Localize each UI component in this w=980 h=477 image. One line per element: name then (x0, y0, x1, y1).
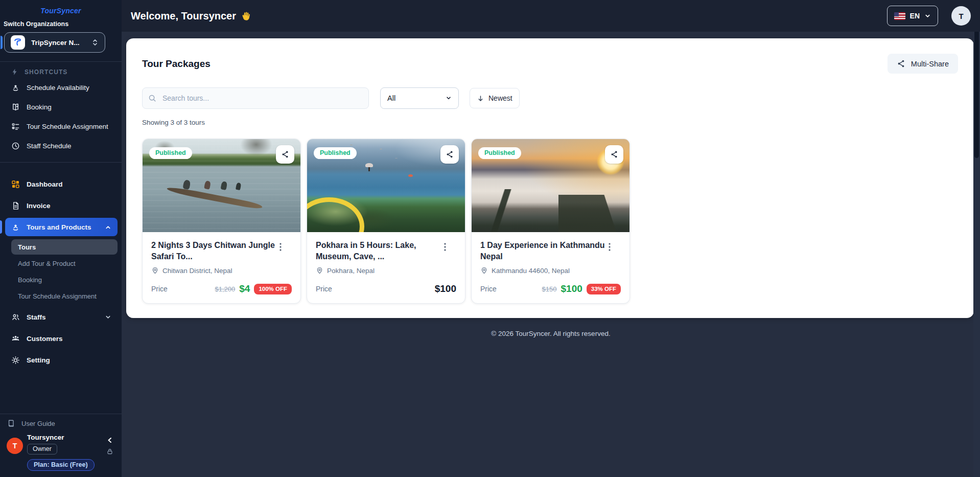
category-filter-select[interactable]: All (380, 87, 459, 109)
price-label: Price (480, 285, 497, 293)
price-label: Price (316, 285, 332, 293)
chevron-up-down-icon (91, 38, 99, 47)
submenu-item-label: Tours (18, 243, 36, 251)
sidebar-item-label: Schedule Availability (27, 84, 89, 92)
chevron-up-icon (105, 224, 111, 231)
card-menu-button[interactable] (444, 240, 456, 252)
old-price: $1,200 (215, 285, 235, 293)
main-menu-list: Dashboard Invoice Tours and Products Tou… (0, 175, 122, 369)
current-price: $100 (561, 283, 582, 294)
submenu-item-label: Tour Schedule Assignment (18, 292, 97, 300)
submenu-item-label: Add Tour & Product (18, 260, 76, 267)
user-profile-block: T Toursyncer Owner Plan: Basic (Free) (0, 430, 122, 471)
multi-share-button[interactable]: Multi-Share (888, 54, 958, 74)
card-menu-button[interactable] (609, 240, 621, 252)
footer-copyright: © 2026 TourSyncer. All rights reserved. (122, 330, 980, 337)
sidebar-item-tour-schedule-assignment[interactable]: Tour Schedule Assignment (0, 119, 122, 134)
sidebar-item-label: Tour Schedule Assignment (27, 123, 108, 130)
sidebar-item-label: Dashboard (27, 180, 63, 188)
user-avatar[interactable]: T (7, 438, 23, 454)
wave-emoji-icon (240, 10, 252, 22)
tours-products-submenu: Tours Add Tour & Product Booking Tour Sc… (0, 239, 122, 304)
language-label: EN (910, 12, 920, 20)
list-check-icon (11, 122, 20, 131)
organization-selector[interactable]: TripSyncer N... (4, 32, 105, 53)
scrollbar-thumb[interactable] (974, 30, 979, 158)
submenu-item-tours[interactable]: Tours (11, 239, 118, 255)
sidebar-item-staffs[interactable]: Staffs (5, 308, 118, 326)
bolt-icon (11, 68, 18, 76)
app-logo-text: TourSyncer (40, 7, 81, 15)
tour-title: Pokhara in 5 Hours: Lake, Museum, Cave, … (316, 240, 444, 262)
price-row: Price $100 (316, 283, 456, 294)
price-row: Price $150 $100 33% OFF (480, 283, 621, 294)
sidebar-item-tours-and-products[interactable]: Tours and Products (5, 218, 118, 236)
submenu-item-booking[interactable]: Booking (11, 272, 118, 287)
plan-badge[interactable]: Plan: Basic (Free) (27, 459, 95, 471)
discount-badge: 100% OFF (254, 284, 292, 294)
submenu-item-tour-schedule-assignment[interactable]: Tour Schedule Assignment (11, 288, 118, 304)
tour-title: 1 Day Experience in Kathmandu Nepal (480, 240, 608, 262)
tripsyncer-logo-icon (11, 35, 25, 50)
tour-packages-panel: Tour Packages Multi-Share All Newest Sho… (126, 38, 974, 318)
sidebar-item-label: Customers (27, 335, 63, 343)
sort-newest-button[interactable]: Newest (470, 88, 520, 108)
share-button[interactable] (440, 145, 459, 164)
app-logo[interactable]: TourSyncer (0, 0, 122, 15)
sidebar-item-label: Tours and Products (27, 223, 91, 231)
clock-icon (11, 142, 20, 150)
tour-card[interactable]: Published Pokhara in 5 Hours: Lake, Muse… (307, 139, 465, 304)
search-input[interactable] (142, 87, 369, 109)
welcome-text: Welcome, Toursyncer (131, 10, 236, 22)
multi-share-label: Multi-Share (911, 60, 949, 68)
filter-selected-value: All (387, 94, 395, 102)
current-price: $4 (239, 283, 250, 294)
user-info: Toursyncer Owner Plan: Basic (Free) (27, 434, 95, 471)
language-selector[interactable]: EN (887, 6, 938, 26)
chevron-down-icon (446, 95, 452, 101)
location-pin-icon (480, 267, 488, 275)
shortcuts-list: Schedule Availability Booking Tour Sched… (0, 80, 122, 153)
person-pin-icon (11, 223, 20, 232)
tour-image: Published (472, 139, 629, 232)
scrollbar-track[interactable] (973, 28, 980, 477)
arrow-down-icon (477, 95, 484, 102)
sidebar-item-schedule-availability[interactable]: Schedule Availability (0, 80, 122, 95)
user-guide-link[interactable]: User Guide (0, 414, 122, 430)
sidebar-item-staff-schedule[interactable]: Staff Schedule (0, 138, 122, 153)
card-body: Pokhara in 5 Hours: Lake, Museum, Cave, … (307, 232, 465, 303)
submenu-item-add-tour-product[interactable]: Add Tour & Product (11, 256, 118, 271)
sidebar-item-dashboard[interactable]: Dashboard (5, 175, 118, 193)
sidebar-item-booking[interactable]: Booking (0, 99, 122, 115)
collapse-sidebar-button[interactable] (106, 437, 113, 444)
current-price: $100 (435, 283, 456, 294)
grid-icon (11, 180, 20, 189)
location-text: Chitwan District, Nepal (162, 267, 232, 275)
people-group-icon (11, 334, 20, 343)
role-badge: Owner (27, 444, 57, 455)
discount-badge: 33% OFF (587, 284, 621, 294)
user-avatar[interactable]: T (951, 6, 971, 26)
sidebar-item-label: Invoice (27, 202, 51, 210)
card-menu-button[interactable] (279, 240, 292, 252)
share-button[interactable] (276, 145, 294, 164)
top-bar-actions: EN T (887, 6, 971, 26)
status-badge: Published (314, 147, 357, 159)
tour-card[interactable]: Published 1 Day Experience in Kathmandu … (471, 139, 630, 304)
share-icon (610, 150, 618, 158)
price-row: Price $1,200 $4 100% OFF (151, 283, 292, 294)
org-accent-bar (1, 36, 3, 49)
sidebar: TourSyncer Switch Organizations TripSync… (0, 0, 122, 477)
tour-card[interactable]: Published 2 Nights 3 Days Chitwan Jungle… (142, 139, 301, 304)
people-icon (11, 313, 20, 322)
sidebar-item-setting[interactable]: Setting (5, 351, 118, 369)
status-badge: Published (149, 147, 192, 159)
sidebar-item-invoice[interactable]: Invoice (5, 196, 118, 215)
old-price: $150 (542, 285, 557, 293)
share-button[interactable] (605, 145, 623, 164)
submenu-item-label: Booking (18, 276, 42, 284)
tour-image: Published (143, 139, 300, 232)
sidebar-item-customers[interactable]: Customers (5, 329, 118, 348)
book-check-icon (11, 103, 20, 111)
location-pin-icon (316, 267, 323, 275)
